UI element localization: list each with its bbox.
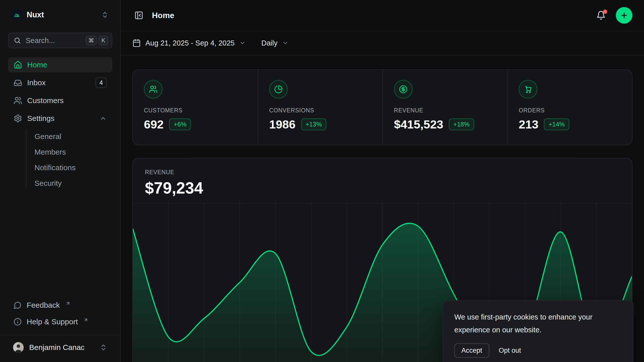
sidebar-item-home[interactable]: Home (8, 57, 112, 72)
chevron-down-icon (239, 40, 246, 46)
add-button[interactable] (616, 7, 632, 24)
sidebar-item-inbox[interactable]: Inbox 4 (8, 75, 112, 90)
cart-icon (519, 80, 537, 99)
avatar (13, 342, 24, 353)
notification-dot (603, 10, 607, 14)
sidebar-item-general[interactable]: General (16, 129, 104, 144)
inbox-count-badge: 4 (96, 77, 107, 88)
sidebar-item-label: Customers (27, 96, 64, 105)
stat-value: 692 (144, 117, 164, 131)
user-name: Benjamin Canac (29, 343, 85, 352)
calendar-icon (132, 39, 141, 47)
date-range-picker[interactable]: Aug 21, 2025 - Sep 4, 2025 (132, 39, 246, 47)
delta-badge: +18% (449, 118, 474, 130)
page-header: Home (121, 0, 644, 31)
stat-value: 213 (519, 117, 538, 131)
search-icon (14, 37, 21, 44)
users-icon (144, 80, 163, 99)
kbd-k: K (99, 36, 108, 45)
cookie-actions: Accept Opt out (454, 343, 622, 358)
stats-grid: CUSTOMERS 692 +6% CONVERSIONS 1986 +13% (132, 69, 632, 145)
filters-toolbar: Aug 21, 2025 - Sep 4, 2025 Daily (121, 31, 644, 55)
stat-card-revenue: REVENUE $415,523 +18% (382, 70, 507, 145)
chevron-up-down-icon (101, 11, 109, 19)
stat-label: CONVERSIONS (269, 107, 371, 114)
chevron-up-icon (100, 115, 107, 122)
chevron-up-down-icon (100, 344, 107, 351)
sidebar-item-notifications[interactable]: Notifications (16, 160, 104, 175)
dollar-circle-icon (394, 80, 413, 99)
help-support-link[interactable]: Help & Support (8, 314, 112, 329)
stat-label: ORDERS (519, 107, 621, 114)
user-menu[interactable]: Benjamin Canac (8, 338, 112, 356)
opt-out-button[interactable]: Opt out (498, 344, 522, 357)
sidebar-item-label: Settings (27, 114, 54, 123)
page-title: Home (152, 11, 174, 20)
accept-button[interactable]: Accept (454, 343, 489, 358)
stat-value: $415,523 (394, 117, 443, 131)
sidebar-item-label: Inbox (27, 78, 46, 87)
sidebar: Nuxt Search... ⌘ K Home (0, 0, 121, 362)
revenue-chart-header: REVENUE $79,234 (133, 158, 632, 197)
chevron-down-icon (282, 40, 289, 46)
info-circle-icon (14, 318, 22, 326)
stat-card-conversions: CONVERSIONS 1986 +13% (258, 70, 382, 145)
gear-icon (14, 114, 22, 123)
home-icon (14, 61, 22, 69)
footer-item-label: Help & Support (27, 318, 78, 326)
stat-label: CUSTOMERS (144, 107, 247, 114)
sidebar-footer-links: Feedback Help & Support (8, 298, 112, 331)
search-input[interactable]: Search... ⌘ K (8, 33, 112, 48)
stat-value: 1986 (269, 117, 296, 131)
delta-badge: +13% (301, 118, 327, 130)
search-shortcut: ⌘ K (86, 36, 108, 45)
feedback-link[interactable]: Feedback (8, 298, 112, 313)
cookie-message: We use first-party cookies to enhance yo… (454, 311, 613, 336)
sidebar-item-customers[interactable]: Customers (8, 93, 112, 108)
pie-chart-icon (269, 80, 288, 99)
stat-card-customers: CUSTOMERS 692 +6% (133, 70, 258, 145)
stat-card-orders: ORDERS 213 +14% (507, 70, 632, 145)
date-range-label: Aug 21, 2025 - Sep 4, 2025 (145, 39, 235, 47)
sidebar-divider (0, 335, 120, 335)
granularity-select[interactable]: Daily (261, 39, 289, 47)
sidebar-nav: Home Inbox 4 Customers (8, 57, 112, 191)
delta-badge: +6% (169, 118, 191, 130)
inbox-icon (14, 78, 22, 87)
chat-bubble-icon (14, 301, 22, 309)
stat-label: REVENUE (394, 107, 496, 114)
footer-item-label: Feedback (27, 301, 60, 309)
sidebar-item-members[interactable]: Members (16, 144, 104, 160)
revenue-chart-label: REVENUE (145, 169, 620, 176)
sidebar-item-settings[interactable]: Settings (8, 111, 112, 126)
panel-left-close-icon (134, 11, 143, 20)
search-placeholder: Search... (26, 36, 55, 45)
sidebar-spacer (0, 191, 120, 298)
workspace-name: Nuxt (27, 10, 44, 19)
revenue-chart-value: $79,234 (145, 179, 620, 197)
plus-icon (620, 11, 628, 19)
arrow-up-right-icon (83, 318, 88, 323)
sidebar-item-security[interactable]: Security (16, 175, 104, 191)
arrow-up-right-icon (65, 301, 70, 306)
delta-badge: +14% (544, 118, 569, 130)
granularity-label: Daily (261, 39, 277, 47)
nuxt-logo-icon (12, 10, 22, 20)
settings-subnav: General Members Notifications Security (16, 129, 104, 191)
kbd-cmd: ⌘ (86, 36, 97, 45)
users-icon (14, 96, 22, 105)
sidebar-item-label: Home (27, 61, 47, 69)
sidebar-collapse-button[interactable] (132, 9, 145, 22)
header-actions (595, 7, 632, 24)
cookie-banner: We use first-party cookies to enhance yo… (443, 300, 633, 362)
workspace-switcher[interactable]: Nuxt (8, 7, 112, 23)
subnav-guide-line (26, 130, 26, 189)
notifications-button[interactable] (595, 9, 607, 22)
